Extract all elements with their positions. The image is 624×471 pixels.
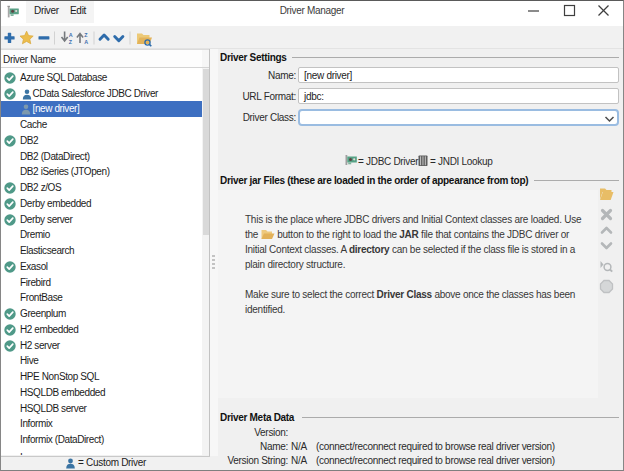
svg-text:A: A [69, 32, 73, 38]
svg-text:Z: Z [84, 32, 88, 38]
svg-text:A: A [84, 39, 88, 45]
svg-text:Z: Z [69, 39, 73, 45]
